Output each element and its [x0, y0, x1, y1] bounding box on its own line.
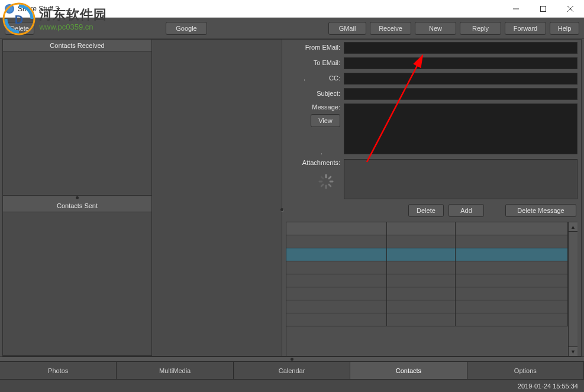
- status-datetime: 2019-01-24 15:55:34: [518, 383, 578, 390]
- attachments-label: Attachments:: [302, 159, 340, 166]
- message-grid: ▲ ▼: [286, 222, 577, 356]
- bottom-splitter[interactable]: [0, 357, 584, 361]
- forward-button[interactable]: Forward: [505, 22, 546, 35]
- cc-dot: .: [286, 74, 305, 82]
- svg-rect-12: [320, 183, 324, 187]
- svg-rect-11: [325, 185, 327, 189]
- attachment-delete-button[interactable]: Delete: [408, 204, 444, 217]
- grid-header-row: [286, 222, 568, 235]
- from-email-input[interactable]: [344, 42, 577, 54]
- window-minimize-button[interactable]: [502, 0, 530, 18]
- grid-header-cell[interactable]: [286, 222, 387, 235]
- horizontal-splitter[interactable]: [279, 198, 284, 222]
- view-button[interactable]: View: [311, 114, 340, 127]
- grid-header-cell[interactable]: [387, 222, 456, 235]
- attachment-add-button[interactable]: Add: [449, 204, 484, 217]
- loading-spinner-icon: [318, 173, 334, 190]
- message-dot: .: [321, 148, 340, 155]
- svg-rect-13: [318, 181, 322, 183]
- left-sidebar: Contacts Received Contacts Sent: [3, 40, 152, 356]
- table-row[interactable]: [286, 261, 568, 274]
- help-button[interactable]: Help: [550, 22, 579, 35]
- window-close-button[interactable]: [557, 0, 584, 18]
- right-panel: From EMail: To EMail: . CC: Subject:: [282, 40, 581, 356]
- contacts-received-header: Contacts Received: [3, 40, 151, 51]
- contacts-sent-list[interactable]: [3, 212, 151, 357]
- contacts-received-list[interactable]: [3, 51, 151, 196]
- to-email-input[interactable]: [344, 57, 577, 69]
- tab-options[interactable]: Options: [467, 362, 584, 379]
- delete-message-button[interactable]: Delete Message: [505, 204, 576, 217]
- scroll-down-icon[interactable]: ▼: [569, 346, 577, 356]
- message-textarea[interactable]: [344, 103, 577, 154]
- tab-calendar[interactable]: Calendar: [234, 362, 350, 379]
- status-bar: 2019-01-24 15:55:34: [0, 379, 584, 392]
- window-title: Share Stuff 3: [18, 5, 502, 13]
- table-row[interactable]: [286, 248, 568, 261]
- svg-rect-14: [320, 176, 324, 180]
- cc-input[interactable]: [344, 73, 577, 85]
- tab-contacts[interactable]: Contacts: [350, 362, 467, 379]
- gmail-button[interactable]: GMail: [328, 22, 366, 35]
- to-email-label: To EMail:: [286, 57, 340, 66]
- svg-rect-7: [325, 174, 327, 178]
- grid-scrollbar[interactable]: ▲ ▼: [568, 222, 577, 356]
- receive-button[interactable]: Receive: [370, 22, 411, 35]
- svg-rect-8: [328, 176, 332, 180]
- svg-rect-10: [328, 183, 332, 187]
- scroll-up-icon[interactable]: ▲: [569, 222, 577, 232]
- middle-panel: [152, 40, 282, 356]
- subject-label: Subject:: [286, 88, 340, 97]
- attachments-box[interactable]: [344, 159, 577, 199]
- reply-button[interactable]: Reply: [460, 22, 501, 35]
- subject-input[interactable]: [344, 88, 577, 100]
- from-email-label: From EMail:: [286, 42, 340, 51]
- vertical-splitter-left[interactable]: [3, 196, 151, 200]
- top-toolbar: Delete Google GMail Receive New Reply Fo…: [0, 18, 584, 39]
- window-titlebar: Share Stuff 3: [0, 0, 584, 18]
- svg-rect-4: [541, 7, 546, 12]
- bottom-tabs: Photos MultiMedia Calendar Contacts Opti…: [0, 361, 584, 379]
- grid-header-cell[interactable]: [456, 222, 568, 235]
- app-icon: [5, 4, 14, 14]
- cc-label: CC:: [329, 74, 340, 82]
- tab-photos[interactable]: Photos: [0, 362, 117, 379]
- contacts-sent-header: Contacts Sent: [3, 200, 151, 212]
- new-button[interactable]: New: [415, 22, 456, 35]
- window-maximize-button[interactable]: [530, 0, 557, 18]
- delete-button[interactable]: Delete: [5, 22, 34, 35]
- table-row[interactable]: [286, 287, 568, 300]
- tab-multimedia[interactable]: MultiMedia: [117, 362, 233, 379]
- svg-rect-9: [330, 181, 334, 183]
- table-row[interactable]: [286, 274, 568, 287]
- table-row[interactable]: [286, 235, 568, 248]
- table-row[interactable]: [286, 313, 568, 326]
- message-label: Message:: [312, 103, 340, 111]
- table-row[interactable]: [286, 300, 568, 313]
- google-button[interactable]: Google: [166, 22, 207, 35]
